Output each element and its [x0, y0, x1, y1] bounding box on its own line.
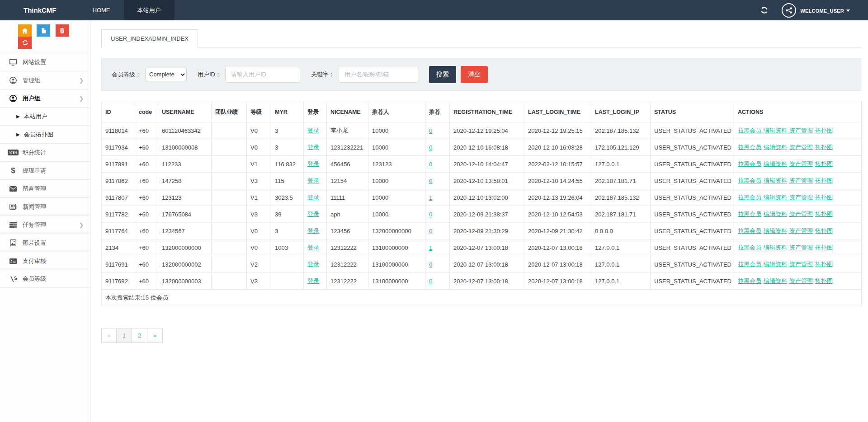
home-icon[interactable]: [18, 24, 32, 37]
asset-management-link[interactable]: 资产管理: [789, 177, 813, 184]
cell-status: USER_STATUS_ACTIVATED: [651, 189, 734, 206]
referral-count-link[interactable]: 1: [429, 194, 432, 201]
topology-link[interactable]: 拓扑图: [815, 211, 833, 217]
brand-logo[interactable]: ThinkCMF: [0, 0, 79, 20]
blacklist-member-link[interactable]: 拉黑会员: [738, 277, 761, 284]
blacklist-member-link[interactable]: 拉黑会员: [738, 144, 761, 150]
login-as-user-link[interactable]: 登录: [307, 160, 319, 167]
sidebar-item-member-topology[interactable]: ▶ 会员拓扑图: [0, 125, 90, 143]
topology-link[interactable]: 拓扑图: [815, 194, 833, 201]
sidebar-item-payment-review[interactable]: 支付审核: [0, 252, 90, 270]
login-as-user-link[interactable]: 登录: [307, 127, 319, 134]
sidebar-item-tasks[interactable]: 任务管理 ❯: [0, 216, 90, 234]
referral-count-link[interactable]: 0: [429, 278, 432, 285]
refresh-icon[interactable]: [760, 6, 768, 14]
topology-link[interactable]: 拓扑图: [815, 277, 833, 284]
trash-icon[interactable]: [56, 24, 69, 37]
blacklist-member-link[interactable]: 拉黑会员: [738, 194, 761, 201]
referral-count-link[interactable]: 0: [429, 127, 432, 134]
edit-profile-link[interactable]: 编辑资料: [764, 127, 787, 134]
topology-link[interactable]: 拓扑图: [815, 144, 833, 150]
topology-link[interactable]: 拓扑图: [815, 227, 833, 234]
nav-item-site-users[interactable]: 本站用户: [124, 0, 175, 20]
login-as-user-link[interactable]: 登录: [307, 227, 319, 234]
asset-management-link[interactable]: 资产管理: [789, 144, 813, 150]
member-level-select[interactable]: Complete: [145, 68, 187, 81]
user-id-input[interactable]: [225, 66, 300, 83]
login-as-user-link[interactable]: 登录: [307, 177, 319, 184]
recycle-icon[interactable]: [18, 37, 32, 49]
asset-management-link[interactable]: 资产管理: [789, 277, 813, 284]
page-1-button[interactable]: 1: [117, 328, 132, 343]
referral-count-link[interactable]: 1: [429, 244, 432, 251]
topology-link[interactable]: 拓扑图: [815, 244, 833, 251]
sidebar-item-site-settings[interactable]: 网站设置: [0, 53, 90, 71]
sidebar-item-user-group[interactable]: 用户组 ❯: [0, 89, 90, 107]
referral-count-link[interactable]: 0: [429, 228, 432, 234]
edit-profile-link[interactable]: 编辑资料: [764, 244, 787, 251]
cell-level: V3: [247, 206, 271, 223]
cell-last_login_ip: 127.0.0.1: [591, 239, 651, 256]
sidebar-item-admin-group[interactable]: 管理组 ❯: [0, 71, 90, 89]
blacklist-member-link[interactable]: 拉黑会员: [738, 261, 761, 267]
asset-management-link[interactable]: 资产管理: [789, 127, 813, 134]
edit-profile-link[interactable]: 编辑资料: [764, 160, 787, 167]
avatar[interactable]: [782, 3, 796, 18]
sidebar-item-messages[interactable]: 留言管理: [0, 179, 90, 197]
sidebar-item-image-settings[interactable]: 图片设置: [0, 234, 90, 252]
keyword-input[interactable]: [339, 66, 418, 83]
asset-management-link[interactable]: 资产管理: [789, 194, 813, 201]
sidebar-item-withdrawal[interactable]: $ 提现申请: [0, 161, 90, 179]
asset-management-link[interactable]: 资产管理: [789, 211, 813, 217]
cell-status: USER_STATUS_ACTIVATED: [651, 256, 734, 273]
referral-count-link[interactable]: 0: [429, 161, 432, 168]
login-as-user-link[interactable]: 登录: [307, 277, 319, 284]
edit-profile-link[interactable]: 编辑资料: [764, 227, 787, 234]
sidebar-item-site-users[interactable]: ▶ 本站用户: [0, 107, 90, 125]
login-as-user-link[interactable]: 登录: [307, 194, 319, 201]
column-header: STATUS: [651, 102, 734, 122]
edit-profile-link[interactable]: 编辑资料: [764, 211, 787, 217]
clear-button[interactable]: 清空: [461, 66, 488, 83]
edit-profile-link[interactable]: 编辑资料: [764, 277, 787, 284]
asset-management-link[interactable]: 资产管理: [789, 227, 813, 234]
page-prev-button[interactable]: «: [101, 328, 117, 343]
topology-link[interactable]: 拓扑图: [815, 127, 833, 134]
login-as-user-link[interactable]: 登录: [307, 211, 319, 217]
nav-item-home[interactable]: HOME: [79, 0, 124, 20]
asset-management-link[interactable]: 资产管理: [789, 160, 813, 167]
edit-profile-link[interactable]: 编辑资料: [764, 261, 787, 267]
login-as-user-link[interactable]: 登录: [307, 144, 319, 150]
sidebar-item-member-levels[interactable]: 会员等级: [0, 270, 90, 288]
topology-link[interactable]: 拓扑图: [815, 177, 833, 184]
edit-profile-link[interactable]: 编辑资料: [764, 194, 787, 201]
edit-profile-link[interactable]: 编辑资料: [764, 177, 787, 184]
search-button[interactable]: 搜索: [429, 66, 456, 83]
referral-count-link[interactable]: 0: [429, 178, 432, 184]
login-as-user-link[interactable]: 登录: [307, 244, 319, 251]
tab-user-indexadmin-index[interactable]: USER_INDEXADMIN_INDEX: [101, 29, 198, 48]
topology-link[interactable]: 拓扑图: [815, 261, 833, 267]
page-next-button[interactable]: »: [147, 328, 163, 343]
dollar-icon: $: [8, 166, 18, 175]
file-icon[interactable]: [37, 24, 50, 37]
blacklist-member-link[interactable]: 拉黑会员: [738, 227, 761, 234]
asset-management-link[interactable]: 资产管理: [789, 244, 813, 251]
blacklist-member-link[interactable]: 拉黑会员: [738, 160, 761, 167]
topology-link[interactable]: 拓扑图: [815, 160, 833, 167]
blacklist-member-link[interactable]: 拉黑会员: [738, 244, 761, 251]
login-as-user-link[interactable]: 登录: [307, 261, 319, 267]
user-dropdown[interactable]: WELCOME_USER: [800, 6, 850, 14]
blacklist-member-link[interactable]: 拉黑会员: [738, 211, 761, 217]
sidebar-item-points-stats[interactable]: VISA 积分统计: [0, 143, 90, 161]
cell-last_login_time: 2022-02-12 10:15:57: [524, 156, 591, 173]
asset-management-link[interactable]: 资产管理: [789, 261, 813, 267]
referral-count-link[interactable]: 0: [429, 211, 432, 218]
referral-count-link[interactable]: 0: [429, 261, 432, 268]
sidebar-item-news[interactable]: 新闻管理: [0, 197, 90, 216]
page-2-button[interactable]: 2: [132, 328, 147, 343]
blacklist-member-link[interactable]: 拉黑会员: [738, 127, 761, 134]
referral-count-link[interactable]: 0: [429, 144, 432, 151]
edit-profile-link[interactable]: 编辑资料: [764, 144, 787, 150]
blacklist-member-link[interactable]: 拉黑会员: [738, 177, 761, 184]
